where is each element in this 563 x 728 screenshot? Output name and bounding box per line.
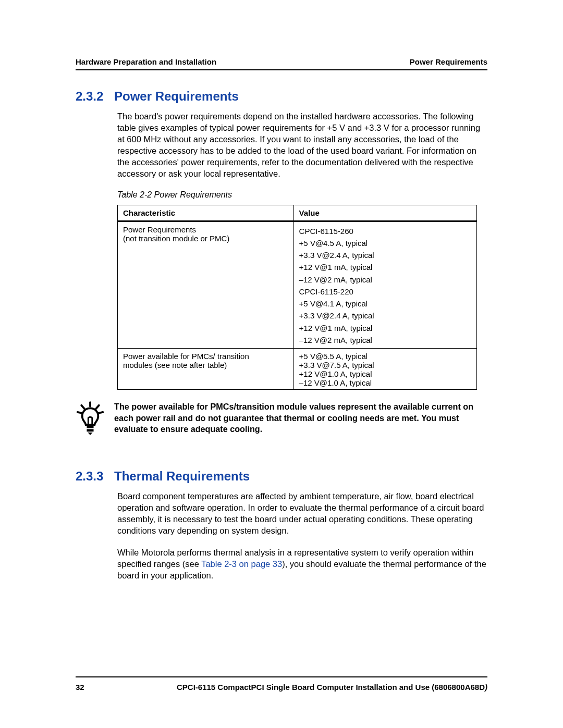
note-text: The power available for PMCs/transition …: [105, 401, 487, 438]
page-footer: 32 CPCI-6115 CompactPCI Single Board Com…: [76, 676, 487, 692]
svg-rect-6: [87, 429, 93, 432]
table-row: Power Requirements (not transition modul…: [118, 221, 477, 349]
footer-doc-title: CPCI-6115 CompactPCI Single Board Comput…: [177, 683, 487, 692]
note-block: The power available for PMCs/transition …: [76, 401, 487, 438]
char-line: Power available for PMCs/ transition: [123, 352, 288, 361]
value-line: +3.3 V@2.4 A, typical: [299, 249, 471, 261]
lightbulb-icon: [76, 401, 105, 438]
table-cell-characteristic: Power Requirements (not transition modul…: [118, 221, 294, 349]
cross-reference-link[interactable]: Table 2-3 on page 33: [201, 559, 282, 569]
value-line: –12 V@1.0 A, typical: [299, 378, 471, 387]
value-line: +5 V@5.5 A, typical: [299, 352, 471, 361]
value-line: +12 V@1 mA, typical: [299, 261, 471, 273]
section-paragraph: While Motorola performs thermal analysis…: [117, 547, 487, 582]
section-paragraph: The board's power requirements depend on…: [117, 111, 487, 180]
header-right: Power Requirements: [410, 57, 487, 66]
section-number: 2.3.3: [76, 469, 114, 484]
section-title: Thermal Requirements: [114, 469, 250, 483]
document-page: Hardware Preparation and Installation Po…: [0, 0, 563, 728]
value-line: +12 V@1.0 A, typical: [299, 369, 471, 378]
section-number: 2.3.2: [76, 89, 114, 104]
value-line: +3.3 V@7.5 A, typical: [299, 361, 471, 369]
svg-line-3: [78, 412, 82, 413]
table-row: Power available for PMCs/ transition mod…: [118, 349, 477, 390]
running-header: Hardware Preparation and Installation Po…: [76, 57, 487, 70]
value-line: –12 V@2 mA, typical: [299, 274, 471, 286]
value-line: CPCI-6115-260: [299, 225, 471, 237]
header-left: Hardware Preparation and Installation: [76, 57, 216, 66]
value-line: –12 V@2 mA, typical: [299, 334, 471, 346]
svg-line-1: [81, 405, 84, 409]
value-line: +5 V@4.1 A, typical: [299, 298, 471, 310]
table-caption: Table 2-2 Power Requirements: [117, 190, 487, 200]
section-power-requirements: 2.3.2Power Requirements The board's powe…: [76, 89, 487, 438]
svg-line-2: [96, 405, 99, 409]
char-line: (not transition module or PMC): [123, 234, 288, 243]
char-line: modules (see note after table): [123, 361, 288, 369]
table-header-cell: Value: [293, 205, 476, 221]
doc-rev-close: ): [485, 683, 487, 692]
value-line: +3.3 V@2.4 A, typical: [299, 310, 471, 322]
doc-title-text: CPCI-6115 CompactPCI Single Board Comput…: [177, 683, 485, 692]
svg-rect-5: [87, 426, 93, 428]
page-number: 32: [76, 683, 84, 692]
section-heading: 2.3.3Thermal Requirements: [76, 469, 487, 484]
char-line: Power Requirements: [123, 225, 288, 234]
value-line: CPCI-6115-220: [299, 286, 471, 298]
table-cell-value: CPCI-6115-260 +5 V@4.5 A, typical +3.3 V…: [293, 221, 476, 349]
table-cell-characteristic: Power available for PMCs/ transition mod…: [118, 349, 294, 390]
table-header-row: Characteristic Value: [118, 205, 477, 221]
svg-line-4: [99, 412, 103, 413]
value-line: +5 V@4.5 A, typical: [299, 237, 471, 249]
section-thermal-requirements: 2.3.3Thermal Requirements Board componen…: [76, 469, 487, 582]
section-paragraph: Board component temperatures are affecte…: [117, 491, 487, 537]
table-cell-value: +5 V@5.5 A, typical +3.3 V@7.5 A, typica…: [293, 349, 476, 390]
value-line: +12 V@1 mA, typical: [299, 322, 471, 334]
table-header-cell: Characteristic: [118, 205, 294, 221]
section-title: Power Requirements: [114, 89, 239, 103]
section-heading: 2.3.2Power Requirements: [76, 89, 487, 104]
power-requirements-table: Characteristic Value Power Requirements …: [117, 205, 477, 390]
